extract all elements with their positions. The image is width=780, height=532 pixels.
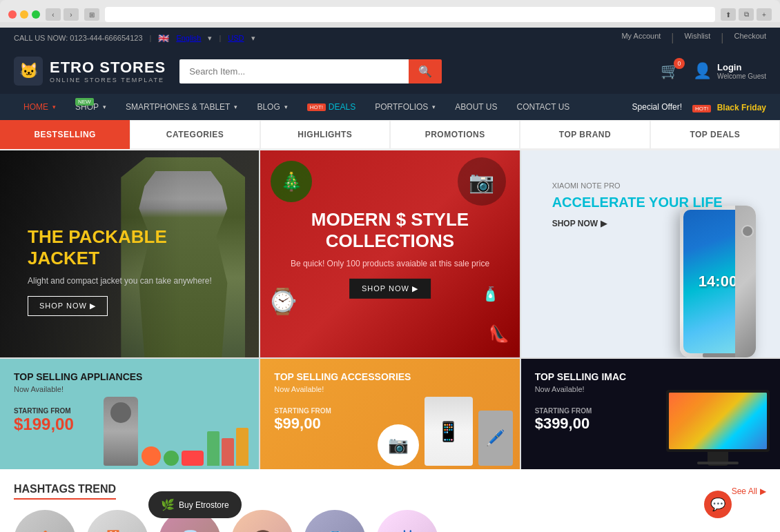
forward-button[interactable]: › — [64, 8, 79, 21]
banner2-cta[interactable]: SHOP NOW ▶ — [349, 279, 431, 299]
phone-time: 14:00 — [699, 273, 737, 290]
imac-visual-container — [663, 376, 773, 466]
banner1-title: THE PACKABLE JACKET — [28, 226, 231, 269]
product-tabs: BESTSELLING CATEGORIES HIGHLIGHTS PROMOT… — [0, 120, 780, 150]
search-button[interactable]: 🔍 — [409, 59, 442, 83]
hashtag-thumb-6[interactable]: 👗 — [376, 510, 438, 532]
close-dot[interactable] — [8, 10, 17, 19]
black-friday-text: Black Friday — [717, 103, 766, 112]
tabs-button[interactable]: ⧉ — [739, 8, 754, 21]
special-offer-text: Special Offer! — [632, 102, 682, 112]
nav-item-smartphones[interactable]: SMARTPHONES & TABLET ▾ — [116, 94, 247, 120]
share-button[interactable]: ⬆ — [721, 8, 736, 21]
nav-deals-label: DEALS — [329, 102, 355, 112]
tab-promotions[interactable]: PROMOTIONS — [390, 120, 520, 149]
logo-name: ETRO STORES — [50, 59, 166, 77]
checkout-link[interactable]: Checkout — [734, 32, 766, 44]
window-button[interactable]: ⊞ — [84, 8, 99, 21]
banner-accessories[interactable]: 📷 📱 🖊️ TOP SELLING ACCESSORIES Now Avail… — [260, 359, 519, 469]
nav-item-home[interactable]: HOME ▾ — [14, 94, 66, 120]
nav-right: Special Offer! HOT! Black Friday — [632, 101, 766, 113]
site-wrapper: CALL US NOW: 0123-444-666654123 | 🇬🇧 Eng… — [0, 28, 780, 532]
banner-imac[interactable]: TOP SELLING IMAC Now Available! STARTING… — [521, 359, 780, 469]
hashtags-header: HASHTAGS TREND See All ▶ — [14, 483, 766, 500]
separator-4: | — [721, 32, 723, 44]
nav-about-label: ABOUT US — [455, 102, 497, 112]
browser-toolbar: ‹ › ⊞ ⬆ ⧉ + — [8, 7, 772, 22]
top-bar-right: My Account | Wishlist | Checkout — [621, 32, 766, 44]
see-all-link[interactable]: See All ▶ — [732, 486, 766, 496]
fruits — [142, 446, 204, 466]
logo-subtitle: ONLINE STORES TEMPLATE — [50, 77, 166, 83]
search-input[interactable] — [179, 59, 409, 83]
phone-number: CALL US NOW: 0123-444-666654123 — [14, 34, 143, 42]
tab-categories[interactable]: CATEGORIES — [130, 120, 260, 149]
banner-phone[interactable]: 14:00 XIAOMI NOTE PRO ACCELERATE YOUR LI… — [521, 150, 780, 357]
cart-badge: 0 — [674, 58, 685, 69]
nav-item-shop[interactable]: NEW SHOP ▾ — [66, 94, 116, 120]
tab-highlights[interactable]: HIGHLIGHTS — [260, 120, 390, 149]
juicer — [104, 397, 138, 466]
wishlist-link[interactable]: Wishlist — [684, 32, 710, 44]
hashtag-thumbnails: 🏠 🏪 👔 👩 👕 👗 — [14, 510, 766, 532]
my-account-link[interactable]: My Account — [621, 32, 661, 44]
banner-collections[interactable]: 🎄 📷 ⌚ 👠 🧴 MODERN $ STYLE COLLECTIONS Be … — [260, 150, 519, 357]
tab-top-brand[interactable]: TOP BRAND — [520, 120, 650, 149]
maximize-dot[interactable] — [32, 10, 40, 19]
banner2-content: MODERN $ STYLE COLLECTIONS Be quick! Onl… — [273, 195, 507, 313]
new-badge: NEW — [75, 98, 94, 106]
login-text: Login Welcome Guest — [717, 62, 766, 80]
cup-red — [222, 438, 234, 466]
login-area[interactable]: 👤 Login Welcome Guest — [693, 62, 766, 80]
back-button[interactable]: ‹ — [46, 8, 61, 21]
main-nav: HOME ▾ NEW SHOP ▾ SMARTPHONES & TABLET ▾… — [0, 94, 780, 120]
banner-jacket[interactable]: THE PACKABLE JACKET Alight and compact j… — [0, 150, 259, 357]
banner1-cta-label: SHOP NOW — [39, 302, 87, 310]
cart-icon[interactable]: 🛒 0 — [661, 62, 679, 80]
smartphones-dropdown-arrow: ▾ — [234, 104, 237, 110]
tablet-device: 📱 — [425, 397, 473, 466]
blog-dropdown-arrow: ▾ — [284, 104, 288, 110]
appliances-sub: Now Available! — [14, 385, 245, 393]
nav-item-deals[interactable]: HOT! DEALS — [298, 94, 365, 120]
appliances-title: TOP SELLING APPLIANCES — [14, 371, 245, 382]
separator-3: | — [671, 32, 674, 44]
hashtags-section: HASHTAGS TREND See All ▶ 🏠 🏪 👔 👩 👕 👗 — [0, 469, 780, 532]
imac-device — [666, 390, 770, 466]
new-tab-button[interactable]: + — [757, 8, 772, 21]
hashtag-thumb-5[interactable]: 👕 — [304, 510, 366, 532]
banner1-cta[interactable]: SHOP NOW ▶ — [28, 296, 108, 316]
language-selector[interactable]: English — [176, 34, 201, 42]
buy-etrostore-button[interactable]: 🌿 Buy Etrostore — [148, 491, 242, 518]
imac-screen-content — [669, 393, 767, 449]
logo[interactable]: 🐱 ETRO STORES ONLINE STORES TEMPLATE — [14, 57, 166, 86]
tab-top-deals[interactable]: TOP DEALS — [650, 120, 780, 149]
hashtag-thumb-2[interactable]: 🏪 — [86, 510, 148, 532]
cup-orange — [236, 428, 248, 466]
logo-icon: 🐱 — [14, 57, 43, 86]
banner-appliances[interactable]: TOP SELLING APPLIANCES Now Available! ST… — [0, 359, 259, 469]
chat-button[interactable]: 💬 — [704, 491, 732, 518]
nav-item-contact[interactable]: CONTACT US — [507, 94, 579, 120]
hashtag-thumb-1[interactable]: 🏠 — [14, 510, 76, 532]
banner3-cta[interactable]: SHOP NOW ▶ — [552, 219, 749, 228]
banner2-title: MODERN $ STYLE COLLECTIONS — [287, 209, 493, 252]
deals-hot-badge: HOT! — [307, 104, 326, 111]
flag-icon: 🇬🇧 — [158, 33, 169, 43]
hashtag-thumb-4[interactable]: 👩 — [231, 510, 293, 532]
nav-portfolios-label: PORTFOLIOS — [375, 102, 428, 112]
address-bar[interactable] — [105, 7, 715, 22]
fruit-orange — [142, 446, 161, 466]
minimize-dot[interactable] — [20, 10, 28, 19]
browser-nav: ‹ › — [46, 8, 79, 21]
nav-item-portfolios[interactable]: PORTFOLIOS ▾ — [365, 94, 445, 120]
browser-window: ‹ › ⊞ ⬆ ⧉ + — [0, 0, 780, 22]
nav-item-blog[interactable]: BLOG ▾ — [247, 94, 297, 120]
accessory-item: 🖊️ — [478, 411, 513, 466]
currency-selector[interactable]: USD — [228, 34, 244, 42]
dropdown-arrow-lang: ▾ — [208, 34, 212, 43]
tab-bestselling[interactable]: BESTSELLING — [0, 120, 130, 149]
header-actions: 🛒 0 👤 Login Welcome Guest — [661, 62, 766, 80]
nav-item-about[interactable]: ABOUT US — [445, 94, 507, 120]
fruit-lime — [164, 451, 179, 466]
